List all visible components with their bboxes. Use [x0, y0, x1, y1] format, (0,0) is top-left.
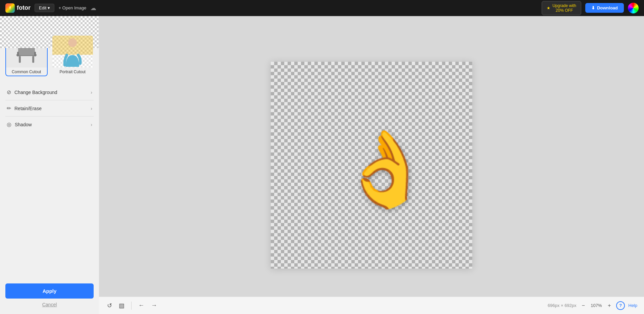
color-wheel-icon[interactable]: [628, 3, 639, 13]
forward-icon: →: [151, 302, 157, 309]
undo-button[interactable]: ↺: [106, 301, 113, 311]
upgrade-button[interactable]: ★ Upgrade with 20% OFF: [542, 1, 581, 15]
cloud-icon: ☁: [90, 4, 96, 12]
upgrade-label: Upgrade with 20% OFF: [552, 3, 576, 13]
forward-button[interactable]: →: [150, 301, 158, 310]
change-bg-chevron-icon: ›: [91, 90, 92, 95]
cutout-card-portrait[interactable]: Portrait Cutout: [52, 35, 94, 76]
image-size-label: 696px × 692px: [548, 303, 577, 308]
sidebar: Background Remover ?: [0, 16, 99, 314]
retain-erase-chevron-icon: ›: [91, 106, 92, 111]
logo: f fotor: [5, 3, 31, 13]
svg-point-7: [68, 38, 77, 47]
topnav: f fotor Edit ▾ + Open Image ☁ ★ Upgrade …: [0, 0, 644, 16]
toolbar-divider: [131, 302, 132, 310]
change-bg-label: Change Background: [14, 90, 57, 95]
cutout-options: Common Cutout Portrait Cutout: [5, 35, 94, 76]
toolbar-right: 696px × 692px − 107% + ? Help: [548, 301, 637, 310]
back-icon: ←: [138, 302, 144, 309]
help-circle-icon[interactable]: ?: [616, 301, 625, 310]
apply-button[interactable]: Apply: [5, 283, 94, 299]
toolbar-left: ↺ ▧ ← →: [106, 301, 158, 311]
canvas-image: 👌: [339, 132, 432, 206]
sidebar-option-shadow[interactable]: ◎ Shadow ›: [5, 117, 94, 132]
shadow-chevron-icon: ›: [91, 122, 92, 127]
sidebar-bottom: Apply Cancel: [5, 283, 94, 307]
split-view-button[interactable]: ▧: [117, 301, 126, 311]
download-icon: ⬇: [591, 5, 595, 10]
logo-icon: f: [5, 3, 15, 13]
logo-text: fotor: [17, 4, 31, 11]
change-bg-icon: ⊘: [7, 89, 11, 95]
edit-chevron-icon: ▾: [48, 5, 50, 10]
sidebar-options-list: ⊘ Change Background › ✏ Retain/Erase › ◎…: [5, 84, 94, 132]
download-button[interactable]: ⬇ Download: [585, 3, 624, 13]
svg-rect-5: [17, 52, 19, 56]
download-label: Download: [597, 5, 618, 10]
retain-erase-icon: ✏: [7, 105, 11, 111]
shadow-label: Shadow: [15, 122, 32, 127]
open-image-button[interactable]: + Open Image: [58, 5, 86, 10]
svg-rect-4: [32, 56, 34, 63]
split-view-icon: ▧: [119, 302, 125, 309]
zoom-controls: − 107% +: [580, 302, 613, 309]
topnav-right: ★ Upgrade with 20% OFF ⬇ Download: [542, 1, 639, 15]
shadow-icon: ◎: [7, 121, 11, 128]
star-icon: ★: [547, 6, 550, 10]
common-cutout-label: Common Cutout: [12, 70, 41, 74]
portrait-cutout-thumb: [52, 36, 93, 68]
cancel-button[interactable]: Cancel: [5, 302, 94, 307]
edit-label: Edit: [39, 5, 46, 10]
zoom-in-button[interactable]: +: [606, 302, 613, 309]
sidebar-option-retain-erase[interactable]: ✏ Retain/Erase ›: [5, 100, 94, 117]
svg-rect-6: [34, 52, 36, 56]
common-cutout-thumb: [6, 36, 47, 68]
portrait-cutout-label: Portrait Cutout: [60, 70, 86, 74]
cutout-card-common[interactable]: Common Cutout: [5, 35, 48, 76]
undo-icon: ↺: [107, 302, 112, 309]
open-image-label: + Open Image: [58, 5, 86, 10]
portrait-person-svg: [61, 37, 84, 67]
svg-rect-3: [19, 56, 21, 63]
zoom-value: 107%: [590, 303, 603, 308]
main-content: Background Remover ?: [0, 16, 644, 314]
canvas-area: 👌 ↺ ▧ ← → 696px × 692p: [99, 16, 644, 314]
canvas-wrapper: 👌: [271, 62, 472, 269]
bottom-toolbar: ↺ ▧ ← → 696px × 692px − 107: [99, 297, 644, 314]
back-button[interactable]: ←: [137, 301, 146, 310]
help-text[interactable]: Help: [628, 303, 637, 308]
sidebar-option-change-bg[interactable]: ⊘ Change Background ›: [5, 84, 94, 100]
edit-button[interactable]: Edit ▾: [35, 4, 54, 12]
zoom-out-button[interactable]: −: [580, 302, 587, 309]
retain-erase-label: Retain/Erase: [14, 106, 42, 111]
